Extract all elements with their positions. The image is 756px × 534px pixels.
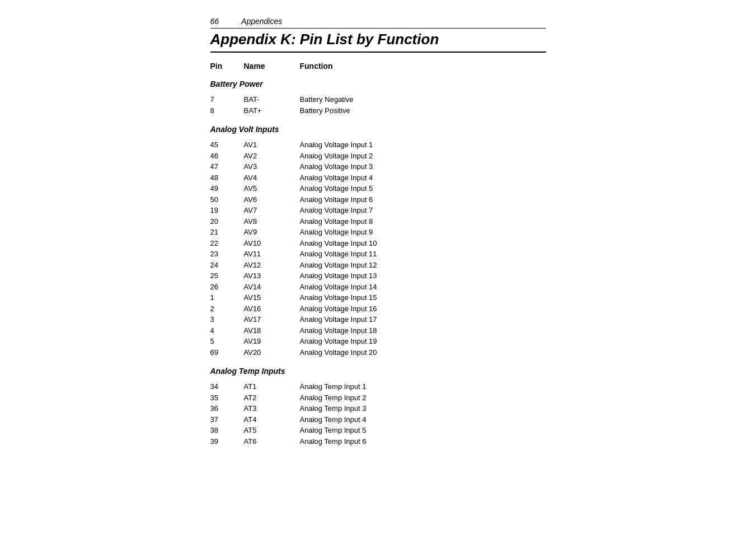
cell-function: Analog Voltage Input 2	[300, 151, 546, 162]
section-battery-power: Battery Power7BAT-Battery Negative8BAT+B…	[210, 79, 546, 116]
cell-pin: 38	[210, 425, 244, 436]
page-number: 66	[210, 17, 219, 26]
cell-function: Analog Temp Input 3	[300, 403, 546, 414]
cell-function: Analog Temp Input 5	[300, 425, 546, 436]
cell-name: AV10	[244, 238, 300, 249]
table-row: 46AV2Analog Voltage Input 2	[210, 151, 546, 162]
data-rows-analog-temp-inputs: 34AT1Analog Temp Input 135AT2Analog Temp…	[210, 381, 546, 447]
cell-pin: 20	[210, 216, 244, 227]
cell-name: AV4	[244, 172, 300, 184]
cell-name: AV18	[244, 325, 300, 336]
cell-function: Analog Temp Input 1	[300, 381, 546, 392]
cell-name: AV15	[244, 292, 300, 303]
cell-function: Analog Voltage Input 18	[300, 325, 546, 336]
cell-function: Analog Temp Input 6	[300, 436, 546, 447]
cell-name: AV3	[244, 161, 300, 172]
sections-container: Battery Power7BAT-Battery Negative8BAT+B…	[210, 79, 546, 447]
cell-pin: 46	[210, 151, 244, 162]
cell-pin: 4	[210, 325, 244, 336]
table-row: 37AT4Analog Temp Input 4	[210, 414, 546, 425]
cell-name: AT1	[244, 381, 300, 392]
table-row: 39AT6Analog Temp Input 6	[210, 436, 546, 447]
cell-name: AV17	[244, 314, 300, 325]
cell-function: Analog Voltage Input 8	[300, 216, 546, 227]
table-row: 3AV17Analog Voltage Input 17	[210, 314, 546, 325]
cell-function: Analog Voltage Input 11	[300, 249, 546, 260]
cell-pin: 34	[210, 381, 244, 392]
cell-pin: 37	[210, 414, 244, 425]
cell-pin: 3	[210, 314, 244, 325]
cell-function: Analog Temp Input 2	[300, 392, 546, 404]
cell-pin: 45	[210, 139, 244, 151]
cell-name: AV5	[244, 183, 300, 194]
cell-pin: 23	[210, 249, 244, 260]
cell-pin: 1	[210, 292, 244, 303]
table-row: 23AV11Analog Voltage Input 11	[210, 249, 546, 260]
table-row: 22AV10Analog Voltage Input 10	[210, 238, 546, 249]
cell-function: Analog Voltage Input 17	[300, 314, 546, 325]
cell-function: Analog Voltage Input 16	[300, 303, 546, 315]
cell-function: Analog Voltage Input 13	[300, 270, 546, 282]
cell-name: AV20	[244, 347, 300, 358]
cell-function: Analog Voltage Input 14	[300, 282, 546, 293]
cell-function: Analog Voltage Input 12	[300, 260, 546, 271]
section-title-battery-power: Battery Power	[210, 79, 546, 88]
cell-function: Analog Voltage Input 9	[300, 227, 546, 238]
table-row: 69AV20Analog Voltage Input 20	[210, 347, 546, 358]
cell-pin: 19	[210, 205, 244, 216]
cell-function: Analog Voltage Input 19	[300, 336, 546, 347]
table-row: 25AV13Analog Voltage Input 13	[210, 270, 546, 282]
chapter-title: Appendices	[241, 17, 282, 26]
cell-name: AT2	[244, 392, 300, 404]
table-row: 26AV14Analog Voltage Input 14	[210, 282, 546, 293]
table-row: 24AV12Analog Voltage Input 12	[210, 260, 546, 271]
cell-pin: 48	[210, 172, 244, 184]
table-row: 45AV1Analog Voltage Input 1	[210, 139, 546, 151]
table-row: 50AV6Analog Voltage Input 6	[210, 194, 546, 205]
cell-name: AV2	[244, 151, 300, 162]
cell-name: AV6	[244, 194, 300, 205]
section-title-analog-volt-inputs: Analog Volt Inputs	[210, 125, 546, 134]
cell-pin: 2	[210, 303, 244, 315]
cell-function: Analog Voltage Input 20	[300, 347, 546, 358]
table-row: 7BAT-Battery Negative	[210, 94, 546, 105]
data-rows-battery-power: 7BAT-Battery Negative8BAT+Battery Positi…	[210, 94, 546, 116]
table-row: 47AV3Analog Voltage Input 3	[210, 161, 546, 172]
data-rows-analog-volt-inputs: 45AV1Analog Voltage Input 146AV2Analog V…	[210, 139, 546, 358]
cell-function: Analog Voltage Input 7	[300, 205, 546, 216]
cell-pin: 49	[210, 183, 244, 194]
cell-pin: 8	[210, 105, 244, 116]
col-header-function: Function	[300, 62, 546, 71]
cell-function: Battery Positive	[300, 105, 546, 116]
cell-pin: 24	[210, 260, 244, 271]
cell-name: AV12	[244, 260, 300, 271]
col-header-name: Name	[244, 62, 300, 71]
cell-name: AV14	[244, 282, 300, 293]
table-row: 2AV16Analog Voltage Input 16	[210, 303, 546, 315]
table-row: 20AV8Analog Voltage Input 8	[210, 216, 546, 227]
cell-pin: 35	[210, 392, 244, 404]
table-row: 49AV5Analog Voltage Input 5	[210, 183, 546, 194]
cell-pin: 39	[210, 436, 244, 447]
appendix-title: Appendix K: Pin List by Function	[210, 31, 546, 53]
cell-pin: 50	[210, 194, 244, 205]
table-row: 38AT5Analog Temp Input 5	[210, 425, 546, 436]
cell-name: AV1	[244, 139, 300, 151]
cell-function: Analog Voltage Input 5	[300, 183, 546, 194]
cell-function: Analog Voltage Input 4	[300, 172, 546, 184]
table-row: 36AT3Analog Temp Input 3	[210, 403, 546, 414]
table-row: 34AT1Analog Temp Input 1	[210, 381, 546, 392]
section-analog-temp-inputs: Analog Temp Inputs34AT1Analog Temp Input…	[210, 367, 546, 447]
cell-name: AV9	[244, 227, 300, 238]
cell-name: AV8	[244, 216, 300, 227]
cell-pin: 21	[210, 227, 244, 238]
table-row: 21AV9Analog Voltage Input 9	[210, 227, 546, 238]
cell-function: Analog Voltage Input 15	[300, 292, 546, 303]
cell-pin: 5	[210, 336, 244, 347]
cell-function: Analog Voltage Input 6	[300, 194, 546, 205]
cell-name: AV19	[244, 336, 300, 347]
cell-pin: 22	[210, 238, 244, 249]
table-row: 1AV15Analog Voltage Input 15	[210, 292, 546, 303]
cell-pin: 47	[210, 161, 244, 172]
cell-function: Battery Negative	[300, 94, 546, 105]
